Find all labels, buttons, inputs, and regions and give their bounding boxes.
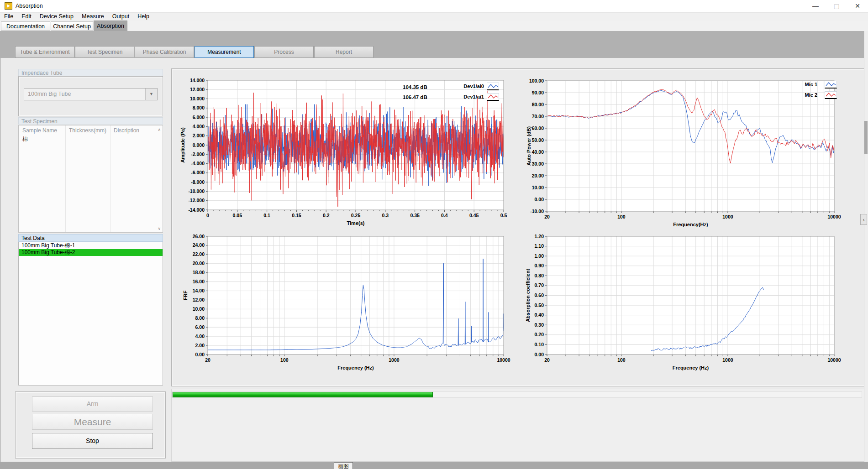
svg-text:22.00: 22.00: [193, 251, 205, 257]
svg-text:1.20: 1.20: [535, 234, 544, 239]
tab-absorption[interactable]: Absorption: [94, 21, 127, 31]
svg-text:Amplitude (Pa): Amplitude (Pa): [180, 127, 185, 163]
svg-text:1.00: 1.00: [535, 253, 544, 259]
progress-fill: [173, 392, 433, 397]
svg-text:1000: 1000: [389, 357, 400, 363]
frf-chart: 26.0024.0022.0020.0018.0016.0014.0012.00…: [178, 232, 514, 382]
frf-plot: 26.0024.0022.0020.0018.0016.0014.0012.00…: [178, 232, 514, 382]
svg-text:10.00: 10.00: [532, 185, 544, 190]
subtab-measurement[interactable]: Measurement: [195, 46, 254, 58]
column-thickness: Thickness(mm): [69, 127, 106, 134]
svg-text:26.00: 26.00: [193, 234, 205, 239]
svg-text:0.00: 0.00: [535, 352, 544, 357]
menu-item-measure[interactable]: Measure: [78, 13, 108, 21]
legend-label-mic-2: Mic 2: [805, 92, 817, 98]
time-chart: 14.00012.00010.0008.0006.0004.0002.0000.…: [178, 75, 514, 233]
panel-collapse-handle[interactable]: ‹: [860, 214, 867, 225]
svg-text:Time(s): Time(s): [347, 220, 365, 226]
minimize-button[interactable]: —: [805, 0, 826, 12]
background-paint-tab[interactable]: 画图: [334, 462, 353, 469]
svg-text:6.000: 6.000: [193, 115, 205, 120]
svg-text:Absorption coefficient: Absorption coefficient: [525, 269, 531, 322]
title-bar: Absorption — ▢ ✕: [0, 0, 868, 13]
test-specimen-table[interactable]: Sample Name Thickness(mm) Discription ∧ …: [18, 125, 163, 233]
menu-item-file[interactable]: File: [0, 13, 17, 21]
svg-text:0.70: 0.70: [535, 282, 544, 288]
stop-button[interactable]: Stop: [32, 433, 153, 449]
window-title: Absorption: [16, 3, 43, 9]
svg-text:-12.000: -12.000: [188, 198, 205, 203]
svg-text:-2.000: -2.000: [191, 151, 205, 157]
svg-text:0.25: 0.25: [351, 213, 361, 218]
svg-text:18.00: 18.00: [193, 270, 205, 275]
svg-text:20: 20: [544, 214, 550, 219]
svg-text:8.00: 8.00: [195, 315, 205, 321]
svg-text:0: 0: [206, 213, 209, 218]
progress-bar: [172, 391, 862, 398]
svg-text:20: 20: [205, 357, 210, 363]
svg-text:0.35: 0.35: [410, 213, 420, 218]
column-discription: Discription: [114, 127, 139, 134]
right-scrollbar[interactable]: [864, 31, 868, 462]
bottom-panel: [171, 389, 865, 462]
svg-text:0.15: 0.15: [292, 213, 301, 218]
background-window-strip: [0, 462, 868, 469]
svg-text:0.05: 0.05: [233, 213, 242, 218]
close-button[interactable]: ✕: [847, 0, 868, 12]
svg-text:20: 20: [544, 357, 550, 363]
svg-text:1000: 1000: [722, 214, 733, 219]
svg-text:20.00: 20.00: [193, 261, 205, 266]
column-sample-name: Sample Name: [22, 127, 57, 134]
arm-button[interactable]: Arm: [32, 396, 153, 412]
svg-text:10000: 10000: [827, 214, 841, 219]
subtab-report[interactable]: Report: [314, 46, 374, 58]
level-readout: 104.35 dB: [403, 84, 427, 90]
subtab-phase-calibration[interactable]: Phase Calibration: [135, 46, 194, 58]
svg-text:-8.000: -8.000: [191, 179, 205, 185]
svg-text:Auto Power (dB): Auto Power (dB): [526, 126, 531, 166]
table-scroll-up-icon[interactable]: ∧: [158, 127, 161, 132]
svg-text:50.00: 50.00: [532, 137, 544, 143]
table-row-sample[interactable]: 棉: [22, 135, 28, 143]
svg-text:0.30: 0.30: [535, 322, 544, 328]
tube-select-value: 100mm Big Tube: [28, 89, 71, 100]
svg-text:100.00: 100.00: [529, 78, 544, 83]
legend-line-icon: [825, 81, 837, 89]
impedance-tube-header: Impendace Tube: [18, 69, 163, 76]
legend-line-icon: [487, 93, 499, 101]
absorption-plot: 1.201.101.000.900.800.700.600.500.400.30…: [516, 232, 868, 382]
tab-channel-setup[interactable]: Channel Setup: [51, 21, 93, 31]
tab-documentation[interactable]: Documentation: [1, 21, 50, 31]
scrollbar-thumb[interactable]: [864, 121, 868, 154]
svg-text:0.3: 0.3: [382, 213, 389, 218]
svg-text:0.4: 0.4: [441, 213, 448, 218]
svg-text:Frequency (Hz): Frequency (Hz): [337, 365, 374, 370]
app-window: Absorption — ▢ ✕ FileEditDevice SetupMea…: [0, 0, 868, 469]
test-data-item[interactable]: 100mm Big Tube-棉-1: [19, 242, 163, 249]
legend-line-icon: [487, 83, 499, 90]
tube-select-dropdown[interactable]: 100mm Big Tube ▼: [24, 88, 158, 100]
table-scroll-down-icon[interactable]: ∨: [158, 226, 161, 231]
measure-button[interactable]: Measure: [32, 414, 153, 430]
menu-item-device-setup[interactable]: Device Setup: [36, 13, 78, 21]
svg-text:16.00: 16.00: [193, 279, 205, 284]
menu-item-help[interactable]: Help: [133, 13, 153, 21]
maximize-button[interactable]: ▢: [826, 0, 847, 12]
legend-line-icon: [825, 91, 837, 99]
subtab-process[interactable]: Process: [254, 46, 314, 58]
svg-text:10.00: 10.00: [193, 306, 205, 312]
svg-text:14.00: 14.00: [193, 288, 205, 293]
legend-label-dev1-ai1: Dev1/ai1: [463, 94, 484, 99]
menu-item-output[interactable]: Output: [108, 13, 134, 21]
test-data-item[interactable]: 100mm Big Tube-棉-2: [19, 249, 163, 256]
svg-text:0.10: 0.10: [535, 342, 544, 347]
subtab-tube-environment[interactable]: Tube & Environment: [15, 46, 74, 58]
app-icon: [5, 2, 12, 10]
svg-text:1.10: 1.10: [535, 243, 544, 249]
svg-text:10.000: 10.000: [190, 96, 205, 101]
subtab-test-specimen[interactable]: Test Specimen: [75, 46, 134, 58]
autopower-plot: 100.0090.0080.0070.0060.0050.0040.0030.0…: [516, 75, 868, 235]
test-data-list: 100mm Big Tube-棉-1100mm Big Tube-棉-2: [18, 242, 163, 386]
dropdown-arrow-icon[interactable]: ▼: [145, 89, 157, 100]
menu-item-edit[interactable]: Edit: [17, 13, 36, 21]
